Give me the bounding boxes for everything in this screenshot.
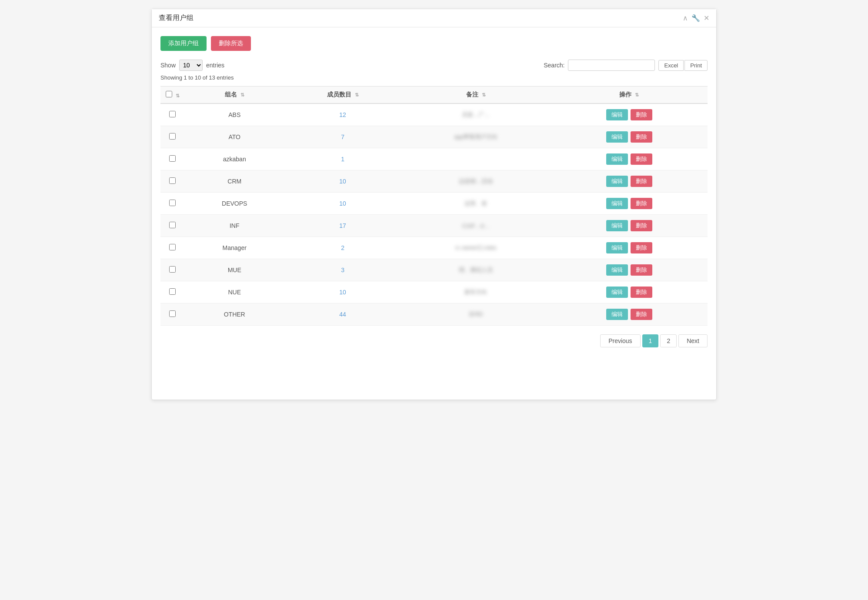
delete-button[interactable]: 删除 <box>631 198 652 209</box>
row-checkbox[interactable] <box>169 266 176 273</box>
minimize-icon[interactable]: ∧ <box>683 14 688 22</box>
row-checkbox[interactable] <box>169 288 176 295</box>
member-count-cell[interactable]: 44 <box>284 303 401 326</box>
member-count-cell[interactable]: 12 <box>284 103 401 126</box>
row-checkbox[interactable] <box>169 200 176 206</box>
remark-sort-icon[interactable]: ⇅ <box>482 92 486 97</box>
delete-button[interactable]: 删除 <box>631 264 652 276</box>
edit-button[interactable]: 编辑 <box>606 242 628 253</box>
member-count-cell[interactable]: 2 <box>284 237 401 259</box>
member-count-cell[interactable]: 10 <box>284 170 401 193</box>
row-checkbox[interactable] <box>169 133 176 140</box>
action-sort-icon[interactable]: ⇅ <box>635 92 639 97</box>
row-checkbox-cell <box>160 259 185 281</box>
action-cell: 编辑删除 <box>551 281 708 303</box>
main-window: 查看用户组 ∧ 🔧 ✕ 添加用户组 删除所选 Show 10 25 50 100… <box>151 9 717 400</box>
action-cell: 编辑删除 <box>551 126 708 148</box>
row-checkbox-cell <box>160 237 185 259</box>
delete-button[interactable]: 删除 <box>631 220 652 231</box>
export-buttons: Excel Print <box>658 60 708 71</box>
row-checkbox[interactable] <box>169 244 176 250</box>
group-name-sort-icon[interactable]: ⇅ <box>240 92 244 97</box>
table-row: NUE10新车方向编辑删除 <box>160 281 708 303</box>
show-entries: Show 10 25 50 100 entries <box>160 60 224 71</box>
entries-label: entries <box>206 62 224 69</box>
header-checkbox-col: ⇅ <box>160 87 185 104</box>
page-2-button[interactable]: 2 <box>660 334 677 347</box>
entries-select[interactable]: 10 25 50 100 <box>179 60 203 71</box>
edit-button[interactable]: 编辑 <box>606 264 628 276</box>
sort-icon[interactable]: ⇅ <box>176 93 180 98</box>
header-action: 操作 ⇅ <box>551 87 708 104</box>
member-count-cell[interactable]: 10 <box>284 193 401 215</box>
toolbar: 添加用户组 删除所选 <box>160 36 708 51</box>
settings-icon[interactable]: 🔧 <box>691 14 700 22</box>
table-row: DEVOPS10运营、发编辑删除 <box>160 193 708 215</box>
title-bar: 查看用户组 ∧ 🔧 ✕ <box>152 9 716 27</box>
window-controls: ∧ 🔧 ✕ <box>683 14 709 22</box>
member-count-cell[interactable]: 1 <box>284 148 401 170</box>
print-button[interactable]: Print <box>684 60 708 71</box>
edit-button[interactable]: 编辑 <box>606 198 628 209</box>
remark-cell: 非RD <box>401 303 551 326</box>
member-count-cell[interactable]: 7 <box>284 126 401 148</box>
delete-button[interactable]: 删除 <box>631 131 652 143</box>
row-checkbox-cell <box>160 215 185 237</box>
member-count-cell[interactable]: 10 <box>284 281 401 303</box>
page-1-button[interactable]: 1 <box>642 334 659 347</box>
header-remark: 备注 ⇅ <box>401 87 551 104</box>
edit-button[interactable]: 编辑 <box>606 220 628 231</box>
edit-button[interactable]: 编辑 <box>606 309 628 320</box>
edit-button[interactable]: 编辑 <box>606 153 628 165</box>
action-cell: 编辑删除 <box>551 170 708 193</box>
delete-button[interactable]: 删除 <box>631 242 652 253</box>
delete-button[interactable]: 删除 <box>631 153 652 165</box>
action-cell: 编辑删除 <box>551 259 708 281</box>
row-checkbox-cell <box>160 170 185 193</box>
action-cell: 编辑删除 <box>551 237 708 259</box>
row-checkbox-cell <box>160 303 185 326</box>
show-label: Show <box>160 62 176 69</box>
page-title: 查看用户组 <box>159 13 194 23</box>
table-row: ABS12员直…广…编辑删除 <box>160 103 708 126</box>
excel-button[interactable]: Excel <box>658 60 684 71</box>
member-count-sort-icon[interactable]: ⇅ <box>355 92 359 97</box>
group-name-cell: CRM <box>185 170 284 193</box>
group-name-cell: OTHER <box>185 303 284 326</box>
row-checkbox[interactable] <box>169 111 176 117</box>
next-button[interactable]: Next <box>678 334 708 347</box>
row-checkbox-cell <box>160 193 185 215</box>
member-count-cell[interactable]: 3 <box>284 259 401 281</box>
member-count-cell[interactable]: 17 <box>284 215 401 237</box>
add-usergroup-button[interactable]: 添加用户组 <box>160 36 207 51</box>
table-row: MUE3用、测试人员编辑删除 <box>160 259 708 281</box>
table-row: INF17CAIF…It…编辑删除 <box>160 215 708 237</box>
pagination: Previous 1 2 Next <box>160 334 708 347</box>
row-checkbox-cell <box>160 281 185 303</box>
search-label: Search: <box>544 62 564 69</box>
row-checkbox[interactable] <box>169 222 176 228</box>
search-input[interactable] <box>568 60 655 71</box>
action-cell: 编辑删除 <box>551 103 708 126</box>
header-group-name: 组名 ⇅ <box>185 87 284 104</box>
edit-button[interactable]: 编辑 <box>606 176 628 187</box>
previous-button[interactable]: Previous <box>600 334 640 347</box>
edit-button[interactable]: 编辑 <box>606 109 628 120</box>
remark-cell <box>401 148 551 170</box>
table-row: azkaban1编辑删除 <box>160 148 708 170</box>
delete-button[interactable]: 删除 <box>631 309 652 320</box>
select-all-checkbox[interactable] <box>166 91 172 97</box>
close-icon[interactable]: ✕ <box>704 14 709 22</box>
delete-button[interactable]: 删除 <box>631 287 652 298</box>
delete-selected-button[interactable]: 删除所选 <box>211 36 251 51</box>
row-checkbox[interactable] <box>169 310 176 317</box>
edit-button[interactable]: 编辑 <box>606 131 628 143</box>
row-checkbox[interactable] <box>169 177 176 184</box>
delete-button[interactable]: 删除 <box>631 176 652 187</box>
row-checkbox[interactable] <box>169 155 176 162</box>
edit-button[interactable]: 编辑 <box>606 287 628 298</box>
delete-button[interactable]: 删除 <box>631 109 652 120</box>
row-checkbox-cell <box>160 148 185 170</box>
header-member-count: 成员数目 ⇅ <box>284 87 401 104</box>
table-body: ABS12员直…广…编辑删除ATO7app苹客用户方向编辑删除azkaban1编… <box>160 103 708 326</box>
